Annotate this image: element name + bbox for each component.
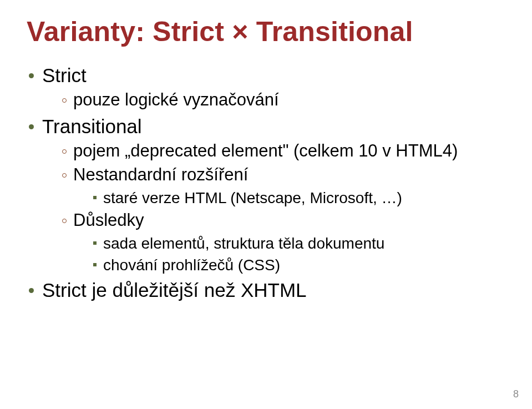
list-item: Nestandardní rozšíření staré verze HTML … [61, 163, 505, 209]
list-item: Strict pouze logické vyznačování [27, 62, 505, 112]
list-item-text: pojem „deprecated element" (celkem 10 v … [73, 141, 458, 160]
list-item: pojem „deprecated element" (celkem 10 v … [61, 139, 505, 163]
bullet-list-level3: sada elementů, struktura těla dokumentu … [92, 233, 505, 276]
list-item: Strict je důležitější než XHTML [27, 277, 505, 303]
list-item-text: Nestandardní rozšíření [73, 165, 248, 184]
list-item: staré verze HTML (Netscape, Microsoft, …… [92, 187, 505, 209]
list-item: pouze logické vyznačování [61, 88, 505, 112]
list-item: chování prohlížečů (CSS) [92, 254, 505, 276]
list-item-text: Důsledky [73, 210, 144, 230]
list-item: Transitional pojem „deprecated element" … [27, 113, 505, 276]
list-item: Důsledky sada elementů, struktura těla d… [61, 209, 505, 276]
bullet-list-level2: pojem „deprecated element" (celkem 10 v … [61, 139, 505, 276]
bullet-list-level2: pouze logické vyznačování [61, 88, 505, 112]
list-item-text: Transitional [42, 115, 142, 137]
page-number: 8 [513, 388, 519, 400]
list-item: sada elementů, struktura těla dokumentu [92, 233, 505, 254]
slide: Varianty: Strict × Transitional Strict p… [0, 0, 532, 409]
list-item-text: Strict [42, 64, 87, 86]
bullet-list-level1: Strict pouze logické vyznačování Transit… [27, 62, 505, 303]
list-item-text: staré verze HTML (Netscape, Microsoft, …… [103, 189, 402, 206]
slide-title: Varianty: Strict × Transitional [27, 16, 505, 48]
list-item-text: Strict je důležitější než XHTML [42, 279, 307, 301]
bullet-list-level3: staré verze HTML (Netscape, Microsoft, …… [92, 187, 505, 209]
list-item-text: chování prohlížečů (CSS) [103, 256, 280, 274]
list-item-text: pouze logické vyznačování [73, 90, 279, 109]
list-item-text: sada elementů, struktura těla dokumentu [103, 235, 384, 252]
